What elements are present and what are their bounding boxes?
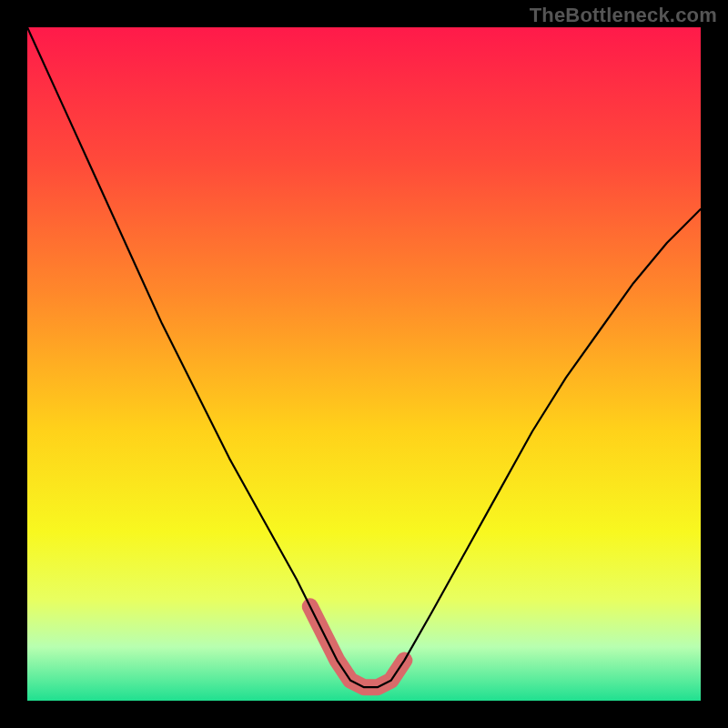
chart-stage: TheBottleneck.com: [0, 0, 728, 728]
chart-background-gradient: [27, 27, 701, 701]
bottleneck-chart: [0, 0, 728, 728]
watermark-text: TheBottleneck.com: [530, 4, 717, 27]
